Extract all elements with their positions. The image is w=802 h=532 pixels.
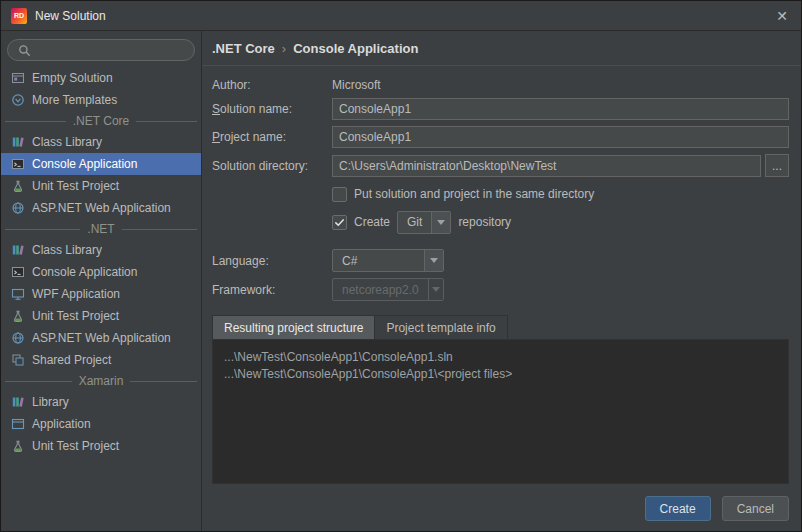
project-name-label: Project name: — [212, 130, 332, 144]
titlebar: RD New Solution ✕ — [1, 1, 801, 31]
sidebar-item-label: Library — [32, 395, 69, 409]
sidebar-item-label: Unit Test Project — [32, 439, 119, 453]
web-app-icon — [10, 200, 26, 216]
new-solution-form: Author: Microsoft Solution name: Project… — [212, 78, 789, 301]
chevron-down-icon — [431, 212, 450, 233]
sidebar-item-application[interactable]: Application — [1, 413, 201, 435]
breadcrumb-template: Console Application — [293, 41, 418, 56]
class-library-icon — [10, 134, 26, 150]
new-solution-dialog: RD New Solution ✕ Empty SolutionMore Tem… — [0, 0, 802, 532]
search-box[interactable] — [7, 39, 195, 61]
sidebar-list: Empty SolutionMore Templates.NET CoreCla… — [1, 67, 201, 457]
unit-test-icon — [10, 308, 26, 324]
browse-button[interactable]: ... — [765, 154, 789, 177]
more-templates-icon — [10, 92, 26, 108]
sidebar-item-library[interactable]: Library — [1, 391, 201, 413]
create-button[interactable]: Create — [645, 496, 711, 521]
create-repository-checkbox[interactable] — [332, 215, 347, 230]
structure-line: ...\NewTest\ConsoleApp1\ConsoleApp1\<pro… — [224, 366, 777, 383]
search-icon — [16, 42, 32, 58]
breadcrumb: .NET Core › Console Application — [202, 31, 801, 66]
sidebar-item-label: Shared Project — [32, 353, 111, 367]
rider-logo-icon: RD — [11, 8, 27, 24]
breadcrumb-category: .NET Core — [212, 41, 275, 56]
project-name-input[interactable] — [332, 126, 789, 148]
sidebar-item-label: Console Application — [32, 265, 137, 279]
solution-icon — [10, 70, 26, 86]
sidebar-item-label: More Templates — [32, 93, 117, 107]
unit-test-icon — [10, 438, 26, 454]
solution-name-label: Solution name: — [212, 102, 332, 116]
sidebar-item-label: ASP.NET Web Application — [32, 201, 171, 215]
web-app-icon — [10, 330, 26, 346]
chevron-down-icon — [428, 279, 443, 300]
same-directory-row: Put solution and project in the same dir… — [332, 183, 789, 205]
class-library-icon — [10, 242, 26, 258]
structure-line: ...\NewTest\ConsoleApp1\ConsoleApp1.sln — [224, 349, 777, 366]
solution-directory-label: Solution directory: — [212, 159, 332, 173]
sidebar-item-shared-project[interactable]: Shared Project — [1, 349, 201, 371]
chevron-down-icon — [424, 250, 443, 271]
sidebar-item-unit-test-project[interactable]: Unit Test Project — [1, 305, 201, 327]
shared-project-icon — [10, 352, 26, 368]
sidebar-item-asp-net-web-application[interactable]: ASP.NET Web Application — [1, 327, 201, 349]
sidebar-item-label: Class Library — [32, 135, 102, 149]
language-select-value: C# — [333, 254, 424, 268]
sidebar-item-console-application[interactable]: Console Application — [1, 261, 201, 283]
sidebar-item-label: Class Library — [32, 243, 102, 257]
sidebar-section-header: Xamarin — [1, 371, 201, 391]
sidebar-item-wpf-application[interactable]: WPF Application — [1, 283, 201, 305]
sidebar-item-label: Unit Test Project — [32, 179, 119, 193]
framework-select-value: netcoreapp2.0 — [333, 283, 428, 297]
sidebar-item-more-templates[interactable]: More Templates — [1, 89, 201, 111]
author-value: Microsoft — [332, 78, 789, 92]
sidebar-item-label: WPF Application — [32, 287, 120, 301]
same-directory-checkbox[interactable] — [332, 187, 347, 202]
project-structure-lines: ...\NewTest\ConsoleApp1\ConsoleApp1.sln.… — [224, 349, 777, 383]
same-directory-label[interactable]: Put solution and project in the same dir… — [354, 187, 594, 201]
console-app-icon — [10, 264, 26, 280]
author-label: Author: — [212, 78, 332, 92]
cancel-button[interactable]: Cancel — [722, 496, 789, 521]
solution-name-input[interactable] — [332, 98, 789, 120]
solution-directory-input[interactable] — [332, 155, 761, 177]
sidebar-item-class-library[interactable]: Class Library — [1, 131, 201, 153]
search-input[interactable] — [37, 43, 186, 57]
dialog-actions: Create Cancel — [212, 484, 789, 521]
project-structure-panel: ...\NewTest\ConsoleApp1\ConsoleApp1.sln.… — [212, 339, 789, 484]
wpf-icon — [10, 286, 26, 302]
sidebar-item-label: Empty Solution — [32, 71, 113, 85]
vcs-select[interactable]: Git — [397, 211, 451, 234]
unit-test-icon — [10, 178, 26, 194]
window-title: New Solution — [35, 9, 106, 23]
sidebar-item-asp-net-web-application[interactable]: ASP.NET Web Application — [1, 197, 201, 219]
tab-resulting-project-structure[interactable]: Resulting project structure — [212, 315, 375, 339]
framework-label: Framework: — [212, 283, 332, 297]
main-panel: .NET Core › Console Application Author: … — [202, 31, 801, 531]
sidebar-item-unit-test-project[interactable]: Unit Test Project — [1, 435, 201, 457]
create-repository-label[interactable]: Create — [354, 215, 390, 229]
language-select[interactable]: C# — [332, 249, 444, 272]
sidebar-item-console-application[interactable]: Console Application — [1, 153, 201, 175]
application-icon — [10, 416, 26, 432]
language-label: Language: — [212, 254, 332, 268]
close-icon[interactable]: ✕ — [773, 7, 791, 25]
console-app-icon — [10, 156, 26, 172]
create-repository-row: Create Git repository — [332, 211, 789, 233]
sidebar-item-label: Application — [32, 417, 91, 431]
repository-label: repository — [458, 215, 511, 229]
tab-project-template-info[interactable]: Project template info — [374, 315, 507, 339]
preview-tabs: Resulting project structure Project temp… — [212, 315, 789, 339]
sidebar-item-label: Unit Test Project — [32, 309, 119, 323]
checkmark-icon — [334, 217, 345, 228]
sidebar-item-label: Console Application — [32, 157, 137, 171]
sidebar-item-empty-solution[interactable]: Empty Solution — [1, 67, 201, 89]
sidebar-section-header: .NET — [1, 219, 201, 239]
sidebar-item-class-library[interactable]: Class Library — [1, 239, 201, 261]
sidebar-section-header: .NET Core — [1, 111, 201, 131]
framework-select: netcoreapp2.0 — [332, 278, 444, 301]
sidebar-item-unit-test-project[interactable]: Unit Test Project — [1, 175, 201, 197]
breadcrumb-separator-icon: › — [282, 41, 286, 56]
vcs-select-value: Git — [398, 215, 431, 229]
class-library-icon — [10, 394, 26, 410]
